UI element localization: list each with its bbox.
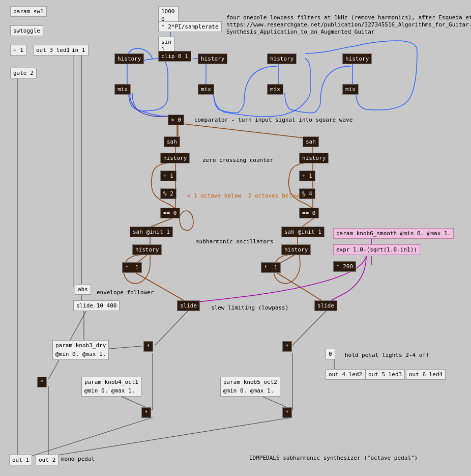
history1-node: history [114, 53, 144, 64]
footer-label: IDMPEDALS subharmonic synthesizer ("octa… [249, 455, 418, 461]
expr-node: expr 1.0-(sqrt(1.0-in1)) [333, 244, 420, 255]
mult-c-node: * [37, 377, 47, 387]
n0-node: 0 [326, 349, 335, 359]
hold-lights-label: hold petal lights 2-4 off [345, 352, 429, 358]
svg-line-41 [28, 417, 153, 457]
sah2-node: sah [303, 136, 319, 147]
mix4-node: mix [342, 84, 359, 95]
comparator-label: comparator - turn input signal into squa… [194, 117, 352, 123]
plus1-node: + 1 [10, 45, 26, 55]
history-c-node: history [132, 244, 162, 255]
filter-desc-line2: https://www.researchgate.net/publication… [226, 21, 471, 28]
mix1-node: mix [114, 84, 131, 95]
eq0-b-node: == 0 [299, 208, 319, 218]
sah1-node: sah [164, 136, 180, 147]
plus1-b-node: + 1 [299, 171, 315, 181]
history2-node: history [198, 53, 227, 64]
gt0-node: > 0 [168, 115, 184, 125]
history3-node: history [267, 53, 297, 64]
svg-line-34 [155, 311, 188, 345]
svg-line-42 [45, 417, 292, 457]
filter-desc-line1: four onepole lowpass filters at 1kHz (re… [226, 14, 471, 21]
out1-node: out 1 [9, 455, 32, 465]
sah-init1-node: sah @init 1 [130, 227, 173, 237]
mono-pedal-label: mono pedal [61, 456, 95, 462]
svg-line-35 [292, 311, 327, 345]
envelope-follower-label: envelope follower [97, 289, 154, 296]
in1-node: in 1 [69, 45, 89, 55]
param-knob6-node[interactable]: param knob6_smooth @min 0. @max 1. [333, 228, 454, 239]
param-knob5-node[interactable]: param knob5_oct2@min 0. @max 1. [220, 377, 280, 397]
slide1-node: slide 10 400 [73, 300, 120, 311]
out4led2-node: out 4 led2 [326, 369, 365, 380]
abs-node: abs [75, 284, 91, 295]
mix2-node: mix [198, 84, 214, 95]
param-knob3-node[interactable]: param knob3_dry@min 0. @max 1. [52, 340, 109, 360]
filter-desc-line3: Synthesis_Application_to_an_Augmented_Gu… [226, 29, 374, 35]
mult-b-node: * [282, 341, 292, 352]
history-a-node: history [160, 153, 190, 163]
param-knob4-node[interactable]: param knob4_oct1@min 0. @max 1. [81, 377, 141, 397]
out6led4-node: out 6 led4 [406, 369, 446, 380]
out2-node: out 2 [36, 455, 58, 465]
neg1-a-node: * -1 [122, 262, 142, 273]
mult-a-node: * [143, 341, 153, 352]
swtoggle-node[interactable]: swtoggle [10, 25, 43, 36]
out5led3-node: out 5 led3 [365, 369, 405, 380]
mult-d-node: * [141, 407, 151, 418]
octave-below-label: < 1 octave below [187, 192, 241, 199]
slide3-node: slide [314, 300, 337, 311]
svg-line-25 [135, 272, 188, 303]
gate2-node: gate 2 [10, 68, 37, 78]
slew-limiting-label: slew limiting (lowpass) [211, 304, 288, 311]
mod2-node: % 2 [160, 188, 176, 199]
clip01-node: clip 0 1 [158, 51, 191, 62]
svg-line-10 [182, 124, 313, 139]
subharmonic-label: subharmonic oscillators [196, 238, 273, 245]
mix3-node: mix [267, 84, 283, 95]
twopi-node: * 2*PI/samplerate [158, 21, 222, 32]
two-octaves-label: 2 octaves below > [248, 192, 306, 199]
history-d-node: history [281, 244, 311, 255]
sah-init2-node: sah @init 1 [281, 227, 325, 237]
history-b-node: history [299, 153, 329, 163]
eq0-a-node: == 0 [160, 208, 180, 218]
history4-node: history [342, 53, 372, 64]
out3led1-node: out 3 led1 [33, 45, 73, 55]
svg-line-26 [276, 272, 326, 303]
zero-crossing-label: zero crossing counter [202, 157, 273, 163]
neg1-b-node: * -1 [261, 262, 281, 273]
slide2-node: slide [177, 300, 200, 311]
mult-e-node: * [282, 407, 292, 418]
plus1-a-node: + 1 [160, 171, 176, 181]
param-sw1-node[interactable]: param sw1 [10, 6, 47, 17]
mult200-node: * 200 [333, 261, 356, 272]
